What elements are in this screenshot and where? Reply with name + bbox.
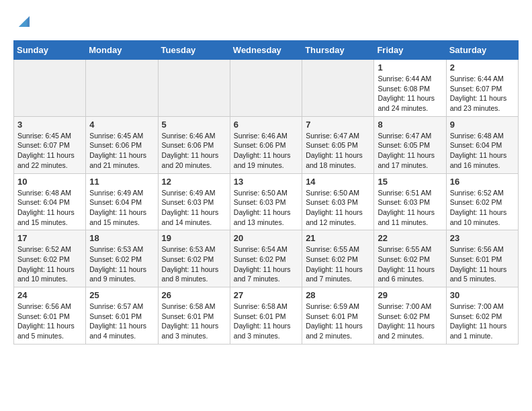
calendar-cell: 4Sunrise: 6:45 AMSunset: 6:06 PMDaylight…	[86, 116, 158, 173]
day-info: Sunrise: 6:44 AMSunset: 6:07 PMDaylight:…	[450, 74, 515, 113]
day-number: 4	[89, 120, 154, 130]
calendar-cell: 16Sunrise: 6:52 AMSunset: 6:02 PMDayligh…	[446, 173, 518, 230]
calendar-cell: 24Sunrise: 6:56 AMSunset: 6:01 PMDayligh…	[14, 287, 86, 345]
day-info: Sunrise: 6:54 AMSunset: 6:02 PMDaylight:…	[234, 244, 298, 284]
day-number: 8	[378, 120, 442, 130]
day-number: 28	[306, 290, 370, 300]
calendar-cell: 1Sunrise: 6:44 AMSunset: 6:08 PMDaylight…	[374, 60, 446, 117]
day-number: 21	[306, 233, 370, 243]
day-info: Sunrise: 6:50 AMSunset: 6:03 PMDaylight:…	[234, 188, 298, 228]
weekday-header-tuesday: Tuesday	[158, 41, 230, 60]
calendar-table: SundayMondayTuesdayWednesdayThursdayFrid…	[13, 40, 519, 345]
calendar-cell	[14, 60, 86, 117]
day-number: 13	[234, 177, 298, 187]
day-info: Sunrise: 6:58 AMSunset: 6:01 PMDaylight:…	[162, 302, 226, 341]
calendar-cell: 13Sunrise: 6:50 AMSunset: 6:03 PMDayligh…	[230, 173, 302, 230]
day-info: Sunrise: 6:50 AMSunset: 6:03 PMDaylight:…	[306, 188, 370, 228]
day-info: Sunrise: 6:55 AMSunset: 6:02 PMDaylight:…	[378, 244, 442, 284]
calendar-cell: 3Sunrise: 6:45 AMSunset: 6:07 PMDaylight…	[14, 116, 86, 173]
day-number: 12	[162, 177, 226, 187]
day-number: 27	[234, 290, 298, 300]
day-info: Sunrise: 7:00 AMSunset: 6:02 PMDaylight:…	[450, 302, 515, 341]
day-info: Sunrise: 6:45 AMSunset: 6:07 PMDaylight:…	[17, 131, 82, 171]
weekday-header-thursday: Thursday	[302, 41, 374, 60]
day-number: 29	[378, 290, 442, 300]
logo-icon	[16, 13, 32, 30]
day-number: 19	[162, 233, 226, 243]
calendar-cell	[302, 60, 374, 117]
day-number: 5	[162, 120, 226, 130]
weekday-header-row: SundayMondayTuesdayWednesdayThursdayFrid…	[14, 41, 519, 60]
calendar-cell: 19Sunrise: 6:53 AMSunset: 6:02 PMDayligh…	[158, 230, 230, 287]
svg-marker-1	[19, 19, 27, 27]
day-number: 14	[306, 177, 370, 187]
day-number: 30	[450, 290, 515, 300]
calendar-cell: 18Sunrise: 6:53 AMSunset: 6:02 PMDayligh…	[86, 230, 158, 287]
day-info: Sunrise: 6:48 AMSunset: 6:04 PMDaylight:…	[17, 188, 82, 228]
day-number: 24	[17, 290, 82, 300]
day-number: 6	[234, 120, 298, 130]
day-info: Sunrise: 6:52 AMSunset: 6:02 PMDaylight:…	[450, 188, 515, 228]
calendar-cell: 2Sunrise: 6:44 AMSunset: 6:07 PMDaylight…	[446, 60, 518, 117]
day-number: 20	[234, 233, 298, 243]
day-number: 16	[450, 177, 515, 187]
calendar-cell	[230, 60, 302, 117]
day-info: Sunrise: 6:57 AMSunset: 6:01 PMDaylight:…	[89, 302, 154, 341]
calendar-cell: 23Sunrise: 6:56 AMSunset: 6:01 PMDayligh…	[446, 230, 518, 287]
calendar-cell: 30Sunrise: 7:00 AMSunset: 6:02 PMDayligh…	[446, 287, 518, 345]
day-info: Sunrise: 6:49 AMSunset: 6:03 PMDaylight:…	[162, 188, 226, 228]
day-info: Sunrise: 6:47 AMSunset: 6:05 PMDaylight:…	[306, 131, 370, 171]
calendar-week-3: 10Sunrise: 6:48 AMSunset: 6:04 PMDayligh…	[14, 173, 519, 230]
calendar-cell: 25Sunrise: 6:57 AMSunset: 6:01 PMDayligh…	[86, 287, 158, 345]
day-info: Sunrise: 6:52 AMSunset: 6:02 PMDaylight:…	[17, 244, 82, 284]
day-number: 7	[306, 120, 370, 130]
day-info: Sunrise: 7:00 AMSunset: 6:02 PMDaylight:…	[378, 302, 442, 341]
day-info: Sunrise: 6:48 AMSunset: 6:04 PMDaylight:…	[450, 131, 515, 171]
day-number: 3	[17, 120, 82, 130]
calendar-week-2: 3Sunrise: 6:45 AMSunset: 6:07 PMDaylight…	[14, 116, 519, 173]
day-info: Sunrise: 6:47 AMSunset: 6:05 PMDaylight:…	[378, 131, 442, 171]
page-header	[13, 13, 519, 30]
day-number: 25	[89, 290, 154, 300]
day-info: Sunrise: 6:49 AMSunset: 6:04 PMDaylight:…	[89, 188, 154, 228]
day-number: 1	[378, 62, 442, 73]
calendar-cell: 6Sunrise: 6:46 AMSunset: 6:06 PMDaylight…	[230, 116, 302, 173]
calendar-cell: 20Sunrise: 6:54 AMSunset: 6:02 PMDayligh…	[230, 230, 302, 287]
day-info: Sunrise: 6:53 AMSunset: 6:02 PMDaylight:…	[162, 244, 226, 284]
calendar-week-4: 17Sunrise: 6:52 AMSunset: 6:02 PMDayligh…	[14, 230, 519, 287]
day-number: 23	[450, 233, 515, 243]
calendar-cell: 21Sunrise: 6:55 AMSunset: 6:02 PMDayligh…	[302, 230, 374, 287]
day-info: Sunrise: 6:46 AMSunset: 6:06 PMDaylight:…	[234, 131, 298, 171]
day-info: Sunrise: 6:55 AMSunset: 6:02 PMDaylight:…	[306, 244, 370, 284]
logo	[13, 13, 32, 30]
day-info: Sunrise: 6:53 AMSunset: 6:02 PMDaylight:…	[89, 244, 154, 284]
weekday-header-wednesday: Wednesday	[230, 41, 302, 60]
calendar-cell: 26Sunrise: 6:58 AMSunset: 6:01 PMDayligh…	[158, 287, 230, 345]
day-number: 17	[17, 233, 82, 243]
calendar-cell: 29Sunrise: 7:00 AMSunset: 6:02 PMDayligh…	[374, 287, 446, 345]
calendar-cell: 17Sunrise: 6:52 AMSunset: 6:02 PMDayligh…	[14, 230, 86, 287]
day-info: Sunrise: 6:51 AMSunset: 6:03 PMDaylight:…	[378, 188, 442, 228]
day-number: 18	[89, 233, 154, 243]
day-number: 9	[450, 120, 515, 130]
day-info: Sunrise: 6:59 AMSunset: 6:01 PMDaylight:…	[306, 302, 370, 341]
day-number: 22	[378, 233, 442, 243]
calendar-cell: 15Sunrise: 6:51 AMSunset: 6:03 PMDayligh…	[374, 173, 446, 230]
calendar-cell: 5Sunrise: 6:46 AMSunset: 6:06 PMDaylight…	[158, 116, 230, 173]
day-number: 26	[162, 290, 226, 300]
day-info: Sunrise: 6:58 AMSunset: 6:01 PMDaylight:…	[234, 302, 298, 341]
day-info: Sunrise: 6:56 AMSunset: 6:01 PMDaylight:…	[17, 302, 82, 341]
calendar-cell	[86, 60, 158, 117]
calendar-cell: 10Sunrise: 6:48 AMSunset: 6:04 PMDayligh…	[14, 173, 86, 230]
calendar-cell: 8Sunrise: 6:47 AMSunset: 6:05 PMDaylight…	[374, 116, 446, 173]
calendar-cell: 28Sunrise: 6:59 AMSunset: 6:01 PMDayligh…	[302, 287, 374, 345]
calendar-cell	[158, 60, 230, 117]
calendar-cell: 22Sunrise: 6:55 AMSunset: 6:02 PMDayligh…	[374, 230, 446, 287]
calendar-cell: 12Sunrise: 6:49 AMSunset: 6:03 PMDayligh…	[158, 173, 230, 230]
day-info: Sunrise: 6:45 AMSunset: 6:06 PMDaylight:…	[89, 131, 154, 171]
day-number: 2	[450, 62, 515, 73]
calendar-cell: 27Sunrise: 6:58 AMSunset: 6:01 PMDayligh…	[230, 287, 302, 345]
day-info: Sunrise: 6:56 AMSunset: 6:01 PMDaylight:…	[450, 244, 515, 284]
day-info: Sunrise: 6:44 AMSunset: 6:08 PMDaylight:…	[378, 74, 442, 113]
calendar-week-5: 24Sunrise: 6:56 AMSunset: 6:01 PMDayligh…	[14, 287, 519, 345]
